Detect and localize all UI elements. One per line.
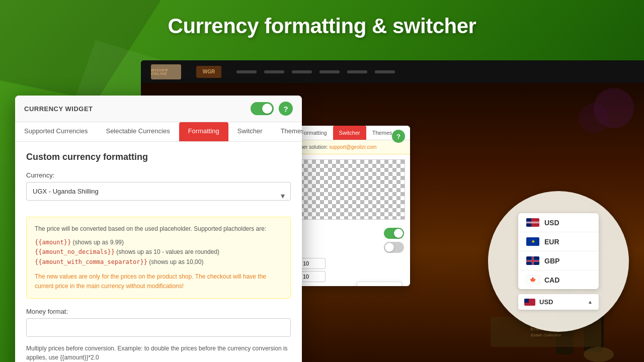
num-input-2[interactable] xyxy=(300,271,326,282)
currency-label: Currency: xyxy=(26,171,291,179)
tab-supported-currencies[interactable]: Supported Currencies xyxy=(15,122,97,141)
toggle-1[interactable] xyxy=(384,228,404,239)
support-text: per solution: xyxy=(300,144,329,150)
small-tab-switcher[interactable]: Switcher xyxy=(333,126,366,140)
info-line1: The price will be converted based on the… xyxy=(35,224,282,234)
multiply-label: Multiply prices before conversion. Examp… xyxy=(26,344,291,362)
tab-formatting[interactable]: Formatting xyxy=(179,122,228,141)
dialog-title: CURRENCY WIDGET xyxy=(24,105,93,113)
money-format-input[interactable]: Ush {{amount_no_decimals}} xyxy=(26,318,291,337)
tab-switcher[interactable]: Switcher xyxy=(228,122,272,141)
toggle-section xyxy=(294,225,410,256)
placeholder1: {{amount}} xyxy=(35,239,71,246)
placeholder1-desc: (shows up as 9.99) xyxy=(73,239,124,246)
large-popup-gbp: GBP xyxy=(544,257,559,265)
large-popup-eur: EUR xyxy=(544,238,559,246)
large-popup-usd: USD xyxy=(544,219,559,227)
help-button[interactable]: ? xyxy=(279,102,293,116)
main-toggle[interactable] xyxy=(251,102,274,115)
support-email: support@geolizr.com xyxy=(329,144,376,150)
main-dialog: CURRENCY WIDGET ? Supported Currencies S… xyxy=(15,96,302,362)
info-box: The price will be converted based on the… xyxy=(26,217,291,299)
placeholder3-desc: (shows up as 10,00) xyxy=(149,258,203,265)
dialog-tabs: Supported Currencies Selectable Currenci… xyxy=(15,122,302,142)
tab-selectable-currencies[interactable]: Selectable Currencies xyxy=(97,122,179,141)
placeholder3: {{amount_with_comma_separator}} xyxy=(35,258,147,265)
bg-navlinks xyxy=(236,70,395,73)
mini-list-usd: USD xyxy=(357,284,401,286)
magnifier-circle: USD ★ EUR xyxy=(488,191,629,332)
info-warning: The new values are only for the prices o… xyxy=(35,272,282,291)
toggle-row-1 xyxy=(300,228,404,239)
page-title: Currency formatting & switcher xyxy=(0,14,644,38)
small-dialog-help-icon[interactable]: ? xyxy=(392,130,405,143)
currency-select[interactable]: UGX - Uganda Shilling xyxy=(26,182,291,201)
currency-select-wrapper: UGX - Uganda Shilling xyxy=(26,182,291,209)
currency-mini-list: USD ★ EUR GBP 🍁 CAD xyxy=(357,282,402,286)
dialog-header: CURRENCY WIDGET ? xyxy=(15,96,302,122)
bottom-arrow-icon: ▲ xyxy=(588,299,593,305)
placeholder2: {{amount_no_decimals}} xyxy=(35,248,115,255)
preview-area: USD ★ EUR GBP 🍁 CAD xyxy=(299,159,405,220)
tab-themes[interactable]: Themes xyxy=(272,122,302,141)
money-format-label: Money format: xyxy=(26,308,291,315)
dialog-body: Custom currency formatting Currency: UGX… xyxy=(15,142,302,362)
large-popup-cad: CAD xyxy=(544,276,559,284)
placeholder2-desc: (shows up as 10 - values are rounded) xyxy=(116,248,219,255)
section-title: Custom currency formatting xyxy=(26,152,291,162)
bg-nav: WISHER ONLINE WGR xyxy=(141,60,644,83)
small-dialog: ? Formatting Switcher Themes per solutio… xyxy=(294,126,410,286)
toggle-2[interactable] xyxy=(384,242,404,253)
bottom-usd-label: USD xyxy=(539,298,553,306)
bg-grapes xyxy=(533,88,634,189)
support-banner: per solution: support@geolizr.com xyxy=(294,140,410,154)
bg-logo: WISHER ONLINE xyxy=(151,64,181,79)
bg-logo2: WGR xyxy=(196,66,221,78)
num-input-1[interactable] xyxy=(300,258,326,269)
toggle-row-2 xyxy=(300,242,404,253)
dialog-toggle-area: ? xyxy=(251,102,293,116)
